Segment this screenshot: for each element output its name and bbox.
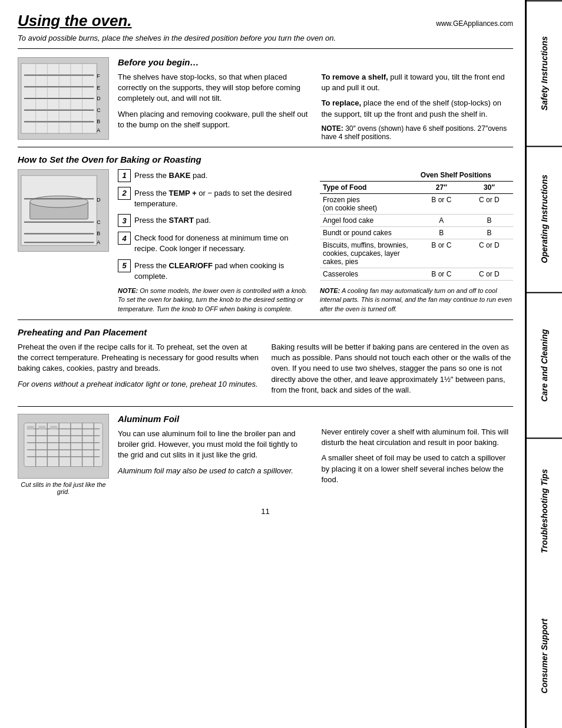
col-header-row: Type of Food 27″ 30″ xyxy=(320,181,513,193)
col30-cell: B xyxy=(465,226,513,239)
aluminum-italic: Aluminum foil may also be used to catch … xyxy=(118,466,310,476)
svg-text:D: D xyxy=(97,197,100,203)
baking-illustration: D C B A xyxy=(18,169,108,252)
step-num-5: 5 xyxy=(118,259,131,272)
preheat-right: Baking results will be better if baking … xyxy=(272,342,514,400)
col27-cell: B or C xyxy=(418,268,465,280)
step-num-4: 4 xyxy=(118,232,131,245)
before-begin-para1: The shelves have stop-locks, so that whe… xyxy=(118,72,310,104)
step-5: 5 Press the CLEAR/OFF pad when cooking i… xyxy=(118,259,311,282)
aluminum-right-para2: A smaller sheet of foil may be used to c… xyxy=(322,453,514,485)
baking-note-text: On some models, the lower oven is contro… xyxy=(118,287,308,312)
svg-rect-41 xyxy=(39,426,46,429)
aluminum-title: Aluminum Foil xyxy=(118,414,310,424)
step-2: 2 Press the TEMP + or − pads to set the … xyxy=(118,187,311,209)
step-4: 4 Check food for doneness at minimum tim… xyxy=(118,232,311,254)
preheating-title: Preheating and Pan Placement xyxy=(18,327,513,337)
bake-label: BAKE xyxy=(169,171,191,180)
shelf-note: NOTE: 30″ ovens (shown) have 6 shelf pos… xyxy=(322,124,514,141)
aluminum-content: Aluminum Foil You can use aluminum foil … xyxy=(118,414,513,495)
preheat-para-right: Baking results will be better if baking … xyxy=(272,342,514,396)
shelf-note-bold: NOTE: xyxy=(322,124,343,133)
food-header xyxy=(320,169,418,182)
sidebar-item-operating[interactable]: Operating Instructions xyxy=(527,146,562,291)
page-wrapper: Using the oven. www.GEAppliances.com To … xyxy=(0,0,562,728)
baking-image: D C B A xyxy=(18,169,109,252)
before-begin-content: The shelves have stop-locks, so that whe… xyxy=(118,72,513,141)
svg-rect-42 xyxy=(50,426,57,429)
preheat-para1: Preheat the oven if the recipe calls for… xyxy=(18,342,260,374)
page-title: Using the oven. xyxy=(18,12,132,30)
sidebar-item-care[interactable]: Care and Cleaning xyxy=(527,292,562,437)
svg-point-19 xyxy=(30,196,88,207)
page-number: 11 xyxy=(18,507,513,516)
col27-cell: B or C xyxy=(418,193,465,214)
before-begin-title: Before you begin… xyxy=(118,57,513,67)
table-note: NOTE: A cooling fan may automatically tu… xyxy=(320,286,513,314)
step-text-3: Press the START pad. xyxy=(134,214,211,226)
type-food-header: Type of Food xyxy=(320,181,418,193)
food-cell: Bundt or pound cakes xyxy=(320,226,418,239)
remove-shelf-para: To remove a shelf, pull it toward you, t… xyxy=(322,72,514,93)
aluminum-image xyxy=(18,414,109,479)
oven-positions-header: Oven Shelf Positions xyxy=(418,169,513,182)
aluminum-caption: Cut slits in the foil just like the grid… xyxy=(18,481,109,495)
food-cell: Casseroles xyxy=(320,268,418,280)
table-note-bold: NOTE: xyxy=(320,287,340,294)
step-text-1: Press the BAKE pad. xyxy=(134,169,207,181)
food-cell: Biscuits, muffins, brownies, cookies, cu… xyxy=(320,239,418,268)
svg-text:E: E xyxy=(97,85,100,91)
start-label: START xyxy=(169,216,194,225)
svg-text:C: C xyxy=(97,107,101,113)
temp-label: TEMP + xyxy=(169,189,197,197)
page-subtitle: To avoid possible burns, place the shelv… xyxy=(18,34,513,49)
aluminum-section: Cut slits in the foil just like the grid… xyxy=(18,414,513,501)
aluminum-right-para1: Never entirely cover a shelf with alumin… xyxy=(322,427,514,448)
table-body: Frozen pies (on cookie sheet)B or CC or … xyxy=(320,193,513,280)
step-num-3: 3 xyxy=(118,214,131,227)
svg-text:F: F xyxy=(97,73,100,79)
sidebar: Safety Instructions Operating Instructio… xyxy=(527,0,562,728)
sidebar-item-troubleshooting[interactable]: Troubleshooting Tips xyxy=(527,437,562,583)
col30-cell: C or D xyxy=(465,239,513,268)
table-note-text: A cooling fan may automatically turn on … xyxy=(320,287,512,312)
food-cell: Frozen pies (on cookie sheet) xyxy=(320,193,418,214)
table-row: CasserolesB or CC or D xyxy=(320,268,513,280)
table-head: Oven Shelf Positions Type of Food 27″ 30… xyxy=(320,169,513,194)
svg-text:A: A xyxy=(97,127,100,133)
baking-title: How to Set the Oven for Baking or Roasti… xyxy=(18,154,513,164)
aluminum-layout: Cut slits in the foil just like the grid… xyxy=(18,414,513,495)
shelf-illustration: F E D C B A xyxy=(18,57,108,140)
before-begin-section: F E D C B A Before you begin… The shelve… xyxy=(18,57,513,147)
super-header-row: Oven Shelf Positions xyxy=(320,169,513,182)
aluminum-para1: You can use aluminum foil to line the br… xyxy=(118,429,310,461)
before-begin-left: The shelves have stop-locks, so that whe… xyxy=(118,72,310,141)
svg-text:B: B xyxy=(97,118,100,124)
col27-cell: B or C xyxy=(418,239,465,268)
preheat-layout: Preheat the oven if the recipe calls for… xyxy=(18,342,513,400)
baking-image-col: D C B A xyxy=(18,169,109,314)
svg-text:B: B xyxy=(97,230,100,236)
page-header: Using the oven. www.GEAppliances.com xyxy=(18,12,513,30)
svg-text:C: C xyxy=(97,219,101,225)
table-row: Biscuits, muffins, brownies, cookies, cu… xyxy=(320,239,513,268)
step-num-1: 1 xyxy=(118,169,131,182)
baking-layout: D C B A 1 Press the BAKE pad. 2 xyxy=(18,169,513,314)
sidebar-item-safety[interactable]: Safety Instructions xyxy=(527,0,562,146)
shelf-image: F E D C B A xyxy=(18,57,109,140)
sidebar-item-consumer[interactable]: Consumer Support xyxy=(527,584,562,728)
remove-shelf-bold: To remove a shelf, xyxy=(322,73,388,81)
preheat-italic: For ovens without a preheat indicator li… xyxy=(18,379,260,390)
baking-table-col: Oven Shelf Positions Type of Food 27″ 30… xyxy=(320,169,513,314)
preheat-left: Preheat the oven if the recipe calls for… xyxy=(18,342,260,400)
step-3: 3 Press the START pad. xyxy=(118,214,311,227)
col30-cell: C or D xyxy=(465,193,513,214)
col27-cell: A xyxy=(418,214,465,226)
website-url: www.GEAppliances.com xyxy=(436,19,513,28)
col30-header: 30″ xyxy=(465,181,513,193)
replace-shelf-bold: To replace, xyxy=(322,98,362,107)
aluminum-image-col: Cut slits in the foil just like the grid… xyxy=(18,414,109,495)
col27-cell: B xyxy=(418,226,465,239)
aluminum-right: Never entirely cover a shelf with alumin… xyxy=(322,414,514,495)
baking-steps: 1 Press the BAKE pad. 2 Press the TEMP +… xyxy=(118,169,311,314)
